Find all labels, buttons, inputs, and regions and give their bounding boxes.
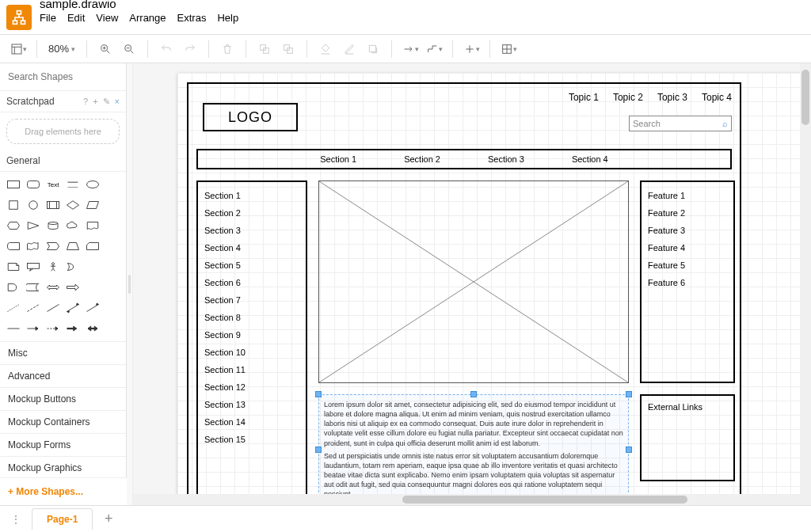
conn-dashed[interactable]: [46, 321, 61, 336]
shape-tape[interactable]: [26, 238, 41, 254]
shape-datastore[interactable]: [26, 279, 41, 295]
shadow-button[interactable]: [363, 39, 383, 59]
scratchpad-dropzone[interactable]: Drag elements here: [6, 119, 120, 144]
mockup-image-placeholder[interactable]: [318, 180, 629, 383]
shape-ellipse[interactable]: [85, 177, 100, 192]
mockup-text-block[interactable]: Lorem ipsum dolor sit amet, consectetur …: [318, 394, 629, 504]
shape-trapezoid[interactable]: [66, 238, 81, 254]
pages-menu-icon[interactable]: ⋮: [6, 514, 25, 525]
topic-link[interactable]: Topic 4: [702, 92, 732, 103]
menu-help[interactable]: Help: [217, 12, 238, 24]
line-bidir[interactable]: [66, 300, 81, 316]
shape-text[interactable]: Text: [46, 177, 61, 192]
fill-color-button[interactable]: [315, 39, 336, 59]
shape-rect[interactable]: [6, 177, 21, 192]
shape-and[interactable]: [6, 279, 21, 295]
shape-parallelogram[interactable]: [85, 197, 100, 213]
sidebar-splitter[interactable]: [127, 63, 133, 505]
cat-mockup-forms[interactable]: Mockup Forms: [0, 433, 126, 456]
menu-file[interactable]: File: [40, 12, 56, 24]
scratchpad-header[interactable]: Scratchpad ? + ✎ ×: [0, 91, 126, 112]
svg-line-41: [8, 305, 20, 312]
shape-actor[interactable]: [46, 259, 61, 275]
menu-arrange[interactable]: Arrange: [129, 12, 166, 24]
shape-note[interactable]: [6, 259, 21, 275]
table-button[interactable]: ▾: [498, 39, 519, 59]
shape-card[interactable]: [85, 238, 100, 254]
add-icon[interactable]: +: [93, 97, 97, 107]
menu-extras[interactable]: Extras: [177, 12, 207, 24]
mockup-features[interactable]: Feature 1 Feature 2 Feature 3 Feature 4 …: [640, 180, 735, 383]
conn-both[interactable]: [85, 321, 100, 336]
cat-advanced[interactable]: Advanced: [0, 364, 126, 387]
shape-diamond[interactable]: [66, 197, 81, 213]
shape-square[interactable]: [6, 197, 21, 213]
mockup-search[interactable]: Search ⌕: [629, 116, 732, 131]
to-front-button[interactable]: [254, 39, 275, 59]
file-title[interactable]: sample.drawio: [40, 0, 238, 10]
svg-rect-14: [264, 48, 269, 53]
app-logo-icon[interactable]: [6, 5, 32, 30]
general-header[interactable]: General: [0, 150, 126, 172]
mockup-frame[interactable]: LOGO Topic 1 Topic 2 Topic 3 Topic 4 Sea…: [187, 82, 741, 505]
line-dotted[interactable]: [6, 300, 21, 316]
shape-storage[interactable]: [6, 238, 21, 254]
cat-mockup-containers[interactable]: Mockup Containers: [0, 410, 126, 433]
add-page-button[interactable]: +: [99, 510, 118, 529]
shape-cylinder[interactable]: [46, 218, 61, 234]
connection-button[interactable]: ▾: [400, 39, 421, 59]
delete-button[interactable]: [217, 39, 238, 59]
undo-button[interactable]: [156, 39, 177, 59]
canvas[interactable]: LOGO Topic 1 Topic 2 Topic 3 Topic 4 Sea…: [133, 63, 811, 505]
shape-heading[interactable]: ═══───: [66, 177, 81, 192]
shape-step[interactable]: [46, 238, 61, 254]
view-mode-button[interactable]: ▾: [8, 39, 29, 59]
zoom-in-button[interactable]: [95, 39, 116, 59]
zoom-out-button[interactable]: [119, 39, 139, 59]
menu-view[interactable]: View: [96, 12, 118, 24]
shape-process[interactable]: [46, 197, 61, 213]
drawing-page[interactable]: LOGO Topic 1 Topic 2 Topic 3 Topic 4 Sea…: [177, 73, 811, 505]
topic-link[interactable]: Topic 1: [569, 92, 599, 103]
horizontal-scrollbar[interactable]: [133, 494, 800, 505]
topic-link[interactable]: Topic 2: [613, 92, 643, 103]
line-arrow[interactable]: [85, 300, 100, 316]
shape-triangle[interactable]: [26, 218, 41, 234]
cat-mockup-graphics[interactable]: Mockup Graphics: [0, 456, 126, 479]
edit-icon[interactable]: ✎: [103, 97, 110, 107]
shape-callout[interactable]: [26, 259, 41, 275]
conn-simple[interactable]: [6, 321, 21, 336]
mockup-logo[interactable]: LOGO: [203, 103, 298, 131]
shape-rounded[interactable]: [26, 177, 41, 192]
shape-or[interactable]: [66, 259, 81, 275]
mockup-left-nav[interactable]: Section 1 Section 2 Section 3 Section 4 …: [196, 180, 307, 505]
conn-arrow[interactable]: [26, 321, 41, 336]
mockup-external-links[interactable]: External Links: [640, 394, 735, 481]
insert-button[interactable]: ▾: [461, 39, 482, 59]
shape-cloud[interactable]: [66, 218, 81, 234]
waypoint-button[interactable]: ▾: [424, 39, 444, 59]
more-shapes-button[interactable]: + More Shapes...: [0, 477, 127, 505]
to-back-button[interactable]: [278, 39, 299, 59]
mockup-nav[interactable]: Section 1 Section 2 Section 3 Section 4: [196, 149, 732, 169]
close-icon[interactable]: ×: [115, 97, 120, 107]
help-icon[interactable]: ?: [83, 97, 88, 107]
page-tab[interactable]: Page-1: [32, 508, 93, 530]
shape-arrow[interactable]: [66, 279, 81, 295]
conn-thick[interactable]: [66, 321, 81, 336]
line-color-button[interactable]: [339, 39, 360, 59]
cat-mockup-buttons[interactable]: Mockup Buttons: [0, 387, 126, 410]
search-shapes-input[interactable]: [5, 68, 127, 86]
shape-document[interactable]: [85, 218, 100, 234]
topic-link[interactable]: Topic 3: [657, 92, 687, 103]
cat-misc[interactable]: Misc: [0, 341, 126, 364]
shape-arrow-both[interactable]: [46, 279, 61, 295]
line-dashed[interactable]: [26, 300, 41, 316]
vertical-scrollbar[interactable]: [800, 63, 811, 505]
menu-edit[interactable]: Edit: [67, 12, 85, 24]
shape-circle[interactable]: [26, 197, 41, 213]
zoom-level[interactable]: 80%▾: [45, 43, 78, 55]
line-solid[interactable]: [46, 300, 61, 316]
redo-button[interactable]: [180, 39, 200, 59]
shape-hexagon[interactable]: [6, 218, 21, 234]
